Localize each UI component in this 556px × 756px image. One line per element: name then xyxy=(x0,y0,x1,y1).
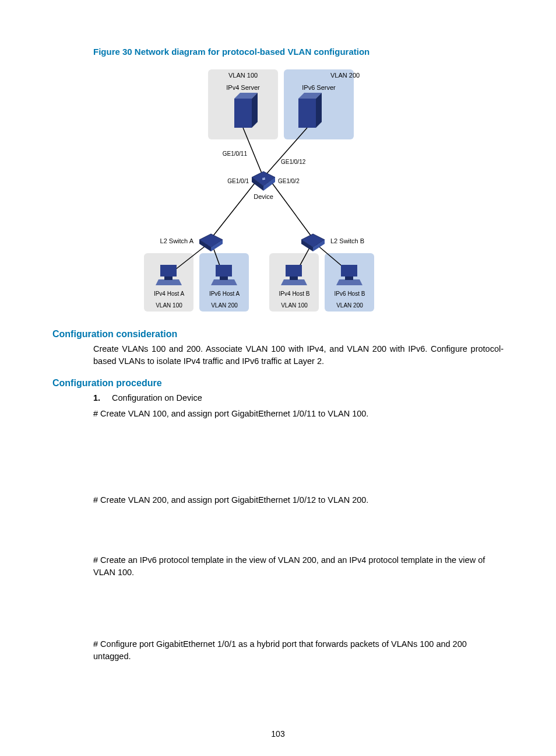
svg-rect-35 xyxy=(220,276,228,280)
label-vlan200-a: VLAN 200 xyxy=(211,302,238,309)
svg-marker-16 xyxy=(252,93,258,128)
label-ipv6-host-b: IPv6 Host B xyxy=(335,290,365,297)
label-ipv6-server: IPv6 Server xyxy=(302,84,336,91)
svg-line-8 xyxy=(211,183,255,239)
svg-rect-14 xyxy=(234,99,252,128)
label-vlan100-a: VLAN 100 xyxy=(156,302,182,309)
svg-rect-17 xyxy=(298,99,316,128)
svg-text:⇄: ⇄ xyxy=(262,177,265,181)
heading-configuration-consideration: Configuration consideration xyxy=(52,329,504,340)
label-ipv6-host-a: IPv6 Host A xyxy=(209,290,240,297)
device-switch-icon: ⇄ xyxy=(252,172,275,191)
page: Figure 30 Network diagram for protocol-b… xyxy=(0,0,556,756)
ipv6-server-icon xyxy=(298,93,322,128)
hash-create-vlan100: # Create VLAN 100, and assign port Gigab… xyxy=(93,408,504,420)
hash-create-vlan200: # Create VLAN 200, and assign port Gigab… xyxy=(93,494,504,506)
svg-marker-19 xyxy=(316,93,322,128)
label-vlan100-b: VLAN 100 xyxy=(281,302,308,309)
svg-rect-38 xyxy=(290,276,298,280)
svg-rect-30 xyxy=(160,265,177,276)
svg-marker-37 xyxy=(281,279,307,285)
hash-create-templates: # Create an IPv6 protocol template in th… xyxy=(93,554,504,579)
figure-caption: Figure 30 Network diagram for protocol-b… xyxy=(93,47,504,57)
consideration-body: Create VLANs 100 and 200. Associate VLAN… xyxy=(93,343,504,368)
svg-marker-40 xyxy=(336,279,363,285)
hash-configure-hybrid: # Configure port GigabitEthernet 1/0/1 a… xyxy=(93,638,504,663)
label-ge1-0-2: GE1/0/2 xyxy=(278,178,300,184)
code-gap-3 xyxy=(52,582,504,635)
label-vlan100-top: VLAN 100 xyxy=(228,72,258,79)
label-l2-switch-a: L2 Switch A xyxy=(160,237,194,244)
code-gap-1 xyxy=(52,424,504,491)
label-ipv4-host-b: IPv4 Host B xyxy=(279,290,310,297)
step-1-number: 1. xyxy=(93,392,110,404)
label-ge1-0-1: GE1/0/1 xyxy=(227,178,249,184)
svg-marker-34 xyxy=(211,279,237,285)
step-1: 1. Configuration on Device xyxy=(93,392,504,404)
svg-rect-33 xyxy=(216,265,232,276)
label-ge1-0-11: GE1/0/11 xyxy=(223,150,248,157)
step-1-label: Configuration on Device xyxy=(112,393,202,402)
svg-line-9 xyxy=(272,183,313,239)
svg-rect-36 xyxy=(286,265,302,276)
svg-rect-39 xyxy=(341,265,357,276)
svg-marker-31 xyxy=(156,279,182,285)
svg-rect-41 xyxy=(345,276,353,280)
label-ipv4-server: IPv4 Server xyxy=(226,84,260,91)
label-device: Device xyxy=(254,193,273,200)
label-vlan200-b: VLAN 200 xyxy=(336,302,363,309)
label-l2-switch-b: L2 Switch B xyxy=(330,237,364,244)
network-diagram: ⇄ xyxy=(132,64,424,314)
heading-configuration-procedure: Configuration procedure xyxy=(52,378,504,388)
label-vlan200-top: VLAN 200 xyxy=(330,72,360,79)
label-ge1-0-12: GE1/0/12 xyxy=(281,159,306,165)
label-ipv4-host-a: IPv4 Host A xyxy=(154,290,185,297)
page-number: 103 xyxy=(0,729,556,738)
l2-switch-a-icon xyxy=(199,234,223,251)
ipv4-server-icon xyxy=(234,93,258,128)
svg-rect-32 xyxy=(164,276,173,280)
code-gap-2 xyxy=(52,510,504,551)
